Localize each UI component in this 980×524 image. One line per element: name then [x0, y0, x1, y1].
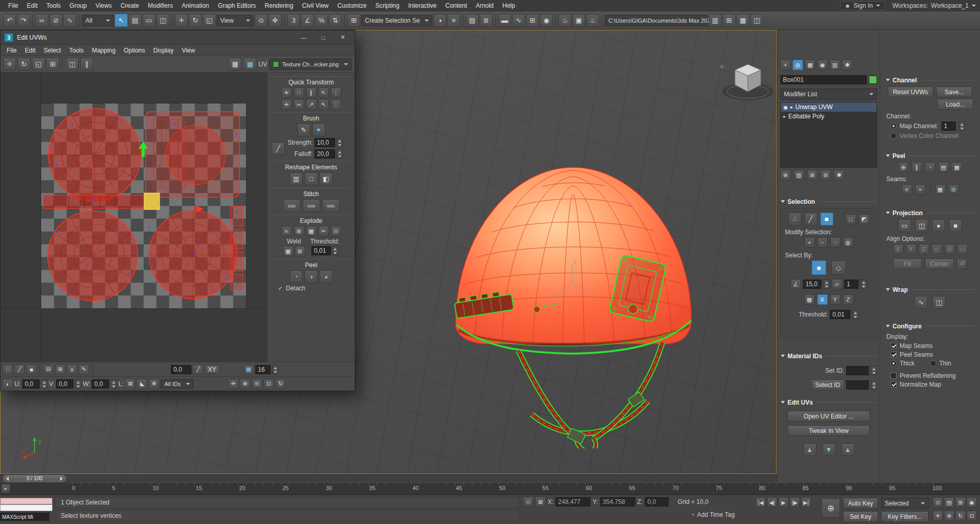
render-setup-button[interactable]: ♨ — [558, 14, 571, 27]
lock-selection-button[interactable]: ⊠ — [125, 379, 135, 389]
u-field[interactable]: 0,0 — [22, 379, 40, 389]
paint-move-brush-button[interactable]: ✎ — [297, 124, 310, 136]
align-z-button[interactable]: Z — [919, 244, 929, 254]
tab-utilities[interactable]: ✱ — [842, 60, 852, 70]
helmet-model[interactable]: zxy — [441, 155, 704, 448]
expand-icon[interactable]: ▸ — [783, 114, 786, 119]
modifier-list-dropdown[interactable]: Modifier List — [780, 89, 877, 100]
falloff-field[interactable]: 20,0 — [314, 149, 335, 159]
select-and-move-button[interactable]: ✛ — [175, 14, 188, 27]
unlink-selection-button[interactable]: ⊘ — [49, 14, 62, 27]
timeline-marker-icon[interactable]: ▸ — [1, 484, 10, 493]
time-slider[interactable]: 0 / 100 — [3, 475, 66, 482]
menu-civil-view[interactable]: Civil View — [298, 1, 333, 10]
uv-menu-options[interactable]: Options — [119, 46, 149, 55]
tweak-in-view-button[interactable]: Tweak In View — [787, 425, 870, 436]
detach-label[interactable]: Detach — [286, 285, 305, 292]
window-crossing-button[interactable]: ◫ — [156, 14, 169, 27]
tab-hierarchy[interactable]: ▦ — [805, 60, 815, 70]
toggle-scene-explorer-button[interactable]: ▤ — [466, 14, 479, 27]
align-to-edge-button[interactable]: ↖ — [319, 99, 329, 110]
zoom-extents-button[interactable]: ⊙ — [933, 497, 943, 508]
material-editor-button[interactable]: ◉ — [540, 14, 553, 27]
uv-menu-tools[interactable]: Tools — [65, 46, 87, 55]
axis-z-button[interactable]: Z — [843, 294, 853, 305]
align-y-button[interactable]: Y — [906, 244, 916, 254]
rendered-frame-window-button[interactable]: ▣ — [572, 14, 585, 27]
brush-falloff-button[interactable]: ╱ — [272, 142, 285, 155]
pin-tool-button[interactable]: ⊕ — [898, 162, 908, 172]
toggle-layer-explorer-button[interactable]: ≣ — [480, 14, 493, 27]
select-and-scale-button[interactable]: ◱ — [203, 14, 216, 27]
open-explorer2-button[interactable]: ▦ — [737, 14, 749, 27]
project-folder-path[interactable]: C:\Users\GIGA\Documents\3ds Max 2020 — [605, 15, 708, 26]
uv-rotate-view-button[interactable]: ↻ — [275, 379, 286, 389]
field-of-view-button[interactable]: ◉ — [967, 497, 977, 508]
maximize-viewport-button[interactable]: ⊡ — [967, 511, 977, 521]
configure-rollout-header[interactable]: Configure — [883, 321, 977, 331]
flatten-by-face-button[interactable]: ▦ — [306, 226, 317, 236]
next-frame-arrow[interactable] — [60, 477, 63, 481]
axis-y-button[interactable]: Y — [830, 294, 841, 305]
open-uv-editor-button[interactable]: Open UV Editor ... — [787, 411, 870, 422]
play-button[interactable]: ▶ — [778, 497, 789, 508]
map-channel-spinner[interactable] — [959, 121, 965, 131]
undo-button[interactable]: ↶ — [3, 14, 16, 27]
prev-frame-arrow[interactable] — [6, 477, 9, 481]
select-by-cube-button[interactable]: ■ — [812, 260, 826, 275]
select-id-spinner[interactable] — [871, 380, 877, 390]
prevent-reflattening-checkbox[interactable] — [890, 373, 897, 379]
quick-peel-tool-button[interactable]: ◔ — [925, 162, 935, 172]
rectangular-selection-region-button[interactable]: ▭ — [143, 14, 155, 27]
menu-animation[interactable]: Animation — [178, 1, 213, 10]
tab-modify[interactable]: ◎ — [793, 60, 803, 70]
absolute-offset-toggle-button[interactable]: ◐ — [3, 379, 13, 389]
spherical-map-button[interactable]: ● — [932, 219, 945, 232]
material-id-filter-dropdown[interactable]: All IDs — [161, 379, 194, 389]
weld-selected-button[interactable]: ▦ — [283, 246, 293, 256]
select-and-link-button[interactable]: ∞ — [36, 14, 48, 27]
menu-help[interactable]: Help — [498, 1, 519, 10]
key-filters-button[interactable]: Key Filters... — [881, 511, 929, 522]
flatten-by-edge-button[interactable]: ≍ — [282, 226, 292, 236]
select-by-name-button[interactable]: ▤ — [129, 14, 142, 27]
falloff-space-button[interactable]: XY — [205, 365, 219, 374]
ignore-backfacing-button[interactable]: ◩ — [859, 214, 869, 224]
show-end-result-button[interactable]: ▥ — [794, 170, 804, 180]
stack-item-editable-poly[interactable]: ▸ Editable Poly — [781, 112, 877, 121]
maxscript-listener-white[interactable] — [0, 504, 52, 511]
quick-peel-button[interactable]: ◔ — [290, 270, 303, 283]
align-horizontal-button[interactable]: ✛ — [282, 88, 292, 98]
import-uvs-button[interactable]: ▲ — [842, 443, 854, 456]
set-id-spinner[interactable] — [871, 366, 877, 375]
v-spinner[interactable] — [75, 379, 81, 389]
matid-spinner[interactable] — [861, 280, 867, 289]
w-spinner[interactable] — [111, 379, 117, 389]
menu-edit[interactable]: Edit — [23, 1, 42, 10]
open-containers-button[interactable]: ▥ — [709, 14, 722, 27]
normalize-map-checkbox[interactable] — [890, 381, 897, 388]
falloff-distance-field[interactable]: 0,0 — [171, 365, 191, 374]
uv-edge-mode-button[interactable]: ╱ — [14, 364, 25, 375]
uv-menu-file[interactable]: File — [3, 46, 21, 55]
stitch-source-button[interactable]: ooo — [303, 199, 320, 212]
center-button[interactable]: Center — [925, 258, 954, 269]
align-button[interactable]: ≡ — [447, 14, 460, 27]
z-coordinate-field[interactable]: 0,0 — [645, 497, 669, 506]
go-to-end-button[interactable]: ▶| — [801, 497, 811, 508]
soft-selection-plus-button[interactable]: ⊞ — [55, 364, 65, 375]
filter-faces-button[interactable]: ◣ — [137, 379, 147, 389]
planar-angle-field[interactable]: 15,0 — [803, 280, 821, 289]
box-map-button[interactable]: ■ — [949, 219, 962, 232]
set-keys-button[interactable]: ⊕ — [821, 498, 840, 518]
close-button[interactable]: ✕ — [335, 32, 351, 43]
pelt-map-button[interactable]: ◕ — [320, 270, 332, 283]
uv-pan-button[interactable]: ✛ — [228, 379, 238, 389]
select-id-button[interactable]: Select ID — [811, 379, 844, 390]
rotate-cw-button[interactable]: ↗ — [306, 99, 317, 110]
key-filter-dropdown[interactable]: Selected — [881, 498, 929, 509]
peel-rollout-header[interactable]: Peel — [883, 151, 977, 161]
uv-grid-toggle-button[interactable]: ▩ — [243, 58, 256, 71]
align-element-button[interactable]: ✛ — [282, 99, 292, 110]
select-ring-button[interactable]: ◌ — [830, 237, 841, 248]
